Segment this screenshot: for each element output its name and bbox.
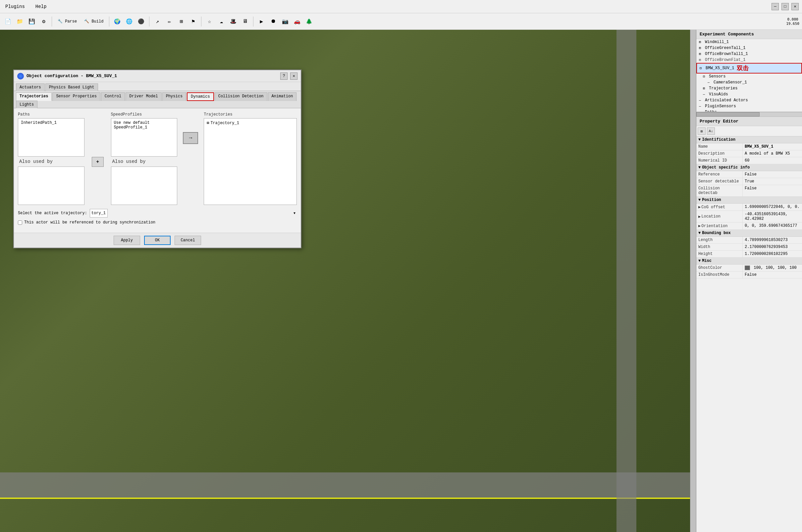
- tab-lights[interactable]: Lights: [16, 101, 37, 108]
- tab-physics-based-light[interactable]: Physics Based Light: [45, 83, 98, 91]
- tab-collision-detection[interactable]: Collision Detection: [215, 92, 267, 101]
- toolbar-play[interactable]: ▶: [256, 16, 267, 27]
- toolbar-new[interactable]: 📄: [3, 16, 13, 27]
- tab-trajectories[interactable]: Trajectories: [16, 92, 52, 101]
- sync-checkbox[interactable]: [18, 221, 22, 225]
- expand-icon[interactable]: ▶: [698, 224, 700, 228]
- tree-bmw[interactable]: ⊟ BMW_X5_SUV_1 双击: [696, 63, 802, 74]
- dialog-help-btn[interactable]: ?: [280, 73, 288, 80]
- also-used-by-1-list[interactable]: [18, 167, 85, 205]
- expand-icon[interactable]: ▶: [698, 214, 700, 219]
- tab-animation[interactable]: Animation: [268, 92, 297, 101]
- prop-ghost-mode-val[interactable]: False: [743, 271, 802, 278]
- expand-icon[interactable]: ⊞: [699, 58, 704, 62]
- prop-ghost-color-val[interactable]: 100, 100, 100, 100: [743, 265, 802, 271]
- speed-profiles-listbox[interactable]: Use new defaultSpeedProfile_1: [111, 118, 178, 157]
- toolbar-build[interactable]: 🔨 Build: [81, 16, 106, 27]
- prop-orient-val[interactable]: 0, 0, 359.690674365177: [743, 223, 802, 229]
- tree-visuaids[interactable]: — VisuAids: [696, 91, 802, 97]
- tab-physics[interactable]: Physics: [162, 92, 186, 101]
- cancel-button[interactable]: Cancel: [175, 236, 201, 245]
- assign-trajectory-btn[interactable]: →: [183, 132, 198, 144]
- maximize-btn[interactable]: □: [782, 3, 789, 10]
- tree-office-brown-tall[interactable]: ⊞ OfficeBrownTall1_1: [696, 51, 802, 57]
- toolbar-star[interactable]: ☆: [204, 16, 215, 27]
- prop-sensor-det-val[interactable]: True: [743, 178, 802, 185]
- tree-camera-sensor[interactable]: — CameraSensor_1: [696, 79, 802, 86]
- also-used-by-2-list[interactable]: [111, 167, 178, 205]
- expand-icon[interactable]: —: [708, 81, 712, 84]
- toolbar-arrow[interactable]: ↗: [152, 16, 163, 27]
- menu-plugins[interactable]: Plugins: [3, 3, 27, 11]
- dialog-close-btn[interactable]: ✕: [290, 73, 297, 80]
- prop-col-det-val[interactable]: False: [743, 185, 802, 196]
- tree-scrollbar-h[interactable]: [696, 112, 802, 116]
- menu-help[interactable]: Help: [34, 3, 49, 11]
- prop-loc-val[interactable]: -40.4351605391439, 42.42982: [743, 211, 802, 222]
- apply-button[interactable]: Apply: [114, 236, 140, 245]
- misc-header[interactable]: ▼ Misc: [696, 258, 802, 265]
- expand-icon[interactable]: —: [703, 93, 708, 96]
- active-traj-select[interactable]: tory_1: [90, 209, 108, 217]
- toolbar-cloud[interactable]: ☁: [216, 16, 226, 27]
- toolbar-car[interactable]: 🚗: [292, 16, 303, 27]
- trajectories-listbox[interactable]: ⊞ Trajectory_1: [204, 118, 297, 205]
- tree-office-brown-flat[interactable]: ⊞ OfficeBrownFlat_1: [696, 57, 802, 63]
- traj-item-1[interactable]: ⊞ Trajectory_1: [205, 120, 295, 126]
- tab-sensor-properties[interactable]: Sensor Properties: [52, 92, 100, 101]
- expand-icon[interactable]: ⊞: [699, 40, 704, 44]
- prop-alpha-btn[interactable]: A↓: [707, 128, 715, 135]
- tree-office-green[interactable]: ⊞ OfficeGreenTall_1: [696, 45, 802, 51]
- prop-cog-val[interactable]: 1.69000005722046, 0, 0.: [743, 204, 802, 211]
- toolbar-rec[interactable]: ⏺: [268, 16, 279, 27]
- tab-driver-model[interactable]: Driver Model: [126, 92, 161, 101]
- toolbar-globe2[interactable]: 🌐: [124, 16, 134, 27]
- position-header[interactable]: ▼ Position: [696, 197, 802, 204]
- tab-dynamics[interactable]: Dynamics: [187, 92, 214, 101]
- tree-paths[interactable]: — Paths: [696, 109, 802, 112]
- prop-height-val[interactable]: 1.7200000286102295: [743, 251, 802, 257]
- paths-listbox[interactable]: InheritedPath_1: [18, 118, 85, 157]
- toolbar-save[interactable]: 💾: [26, 16, 37, 27]
- speed-profile-item-1[interactable]: Use new defaultSpeedProfile_1: [113, 120, 176, 130]
- prop-width-val[interactable]: 2.1700000762939453: [743, 244, 802, 250]
- toolbar-grid[interactable]: ⊞: [176, 16, 186, 27]
- prop-sort-btn[interactable]: ⊞: [698, 128, 706, 135]
- close-btn[interactable]: ✕: [791, 3, 799, 10]
- tab-control[interactable]: Control: [101, 92, 125, 101]
- prop-numid-val[interactable]: 60: [743, 157, 802, 164]
- toolbar-pencil[interactable]: ✏: [164, 16, 175, 27]
- toolbar-hat[interactable]: 🎩: [228, 16, 238, 27]
- toolbar-globe[interactable]: 🌍: [112, 16, 123, 27]
- toolbar-monitor[interactable]: 🖥: [240, 16, 251, 27]
- tree-sensors[interactable]: ⊟ Sensors: [696, 74, 802, 79]
- toolbar-open[interactable]: 📁: [15, 16, 25, 27]
- path-item-1[interactable]: InheritedPath_1: [20, 120, 83, 126]
- tab-actuators[interactable]: Actuators: [16, 83, 45, 91]
- tree-articulated-actors[interactable]: — Articulated Actors: [696, 97, 802, 103]
- toolbar-tree[interactable]: 🌲: [304, 16, 314, 27]
- expand-icon[interactable]: ⊟: [703, 75, 708, 78]
- traj-expand-icon[interactable]: ⊞: [207, 120, 209, 126]
- simulation-viewport[interactable]: Object configuration - BMW_X5_SUV_1 ? ✕ …: [0, 30, 696, 532]
- toolbar-settings[interactable]: ⚙: [38, 16, 49, 27]
- prop-desc-val[interactable]: A model of a BMW X5: [743, 150, 802, 157]
- toolbar-sphere[interactable]: ⚫: [136, 16, 146, 27]
- ok-button[interactable]: OK: [144, 236, 170, 245]
- prop-name-val[interactable]: BMW_X5_SUV_1: [743, 143, 802, 150]
- add-btn[interactable]: +: [92, 157, 104, 167]
- prop-length-val[interactable]: 4.7899999618530273: [743, 237, 802, 243]
- expand-icon[interactable]: ⊞: [703, 87, 708, 90]
- expand-icon[interactable]: —: [699, 99, 704, 102]
- toolbar-flag[interactable]: ⚑: [188, 16, 198, 27]
- expand-icon[interactable]: ⊟: [700, 66, 704, 70]
- bounding-box-header[interactable]: ▼ Bounding box: [696, 230, 802, 237]
- prop-ref-val[interactable]: False: [743, 171, 802, 178]
- expand-icon[interactable]: —: [699, 104, 704, 108]
- identification-header[interactable]: ▼ Identification: [696, 136, 802, 143]
- tree-trajectories[interactable]: ⊞ Trajectories: [696, 86, 802, 91]
- toolbar-parse[interactable]: 🔧 Parse: [55, 16, 80, 27]
- expand-icon[interactable]: ▶: [698, 205, 700, 210]
- expand-icon[interactable]: ⊞: [699, 46, 704, 50]
- toolbar-cam[interactable]: 📷: [280, 16, 291, 27]
